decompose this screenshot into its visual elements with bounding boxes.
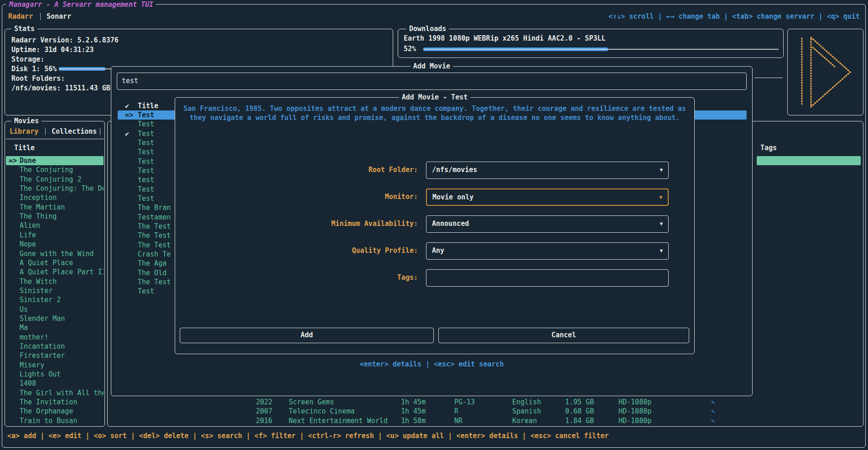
edit-icon: ✎ [711, 416, 715, 425]
chevron-down-icon: ▼ [659, 194, 662, 200]
topbar-keybind-hints: <↑↓> scroll | ←→ change tab | <tab> chan… [608, 12, 860, 21]
monitor-select[interactable]: Movie only ▼ [426, 188, 669, 206]
list-item[interactable]: Inception [6, 193, 104, 202]
list-item[interactable]: Firestarter [6, 351, 104, 360]
stats-panel-title: Stats [11, 24, 37, 33]
panel-border-fragment [754, 78, 783, 78]
list-item[interactable]: The Conjuring: The De [6, 184, 104, 193]
list-item[interactable]: Sinister [6, 286, 104, 295]
root-folder-value: /nfs/movies: 11511.43 GB [11, 84, 110, 93]
list-item[interactable]: Incantation [6, 342, 104, 351]
cell-runtime: 1h 45m [401, 407, 426, 416]
cell-quality: HD-1080p [619, 407, 651, 416]
add-movie-popup-title: Add Movie [411, 62, 453, 71]
list-item[interactable]: A Quiet Place [6, 258, 104, 267]
table-row[interactable]: 2022 Screen Gems 1h 45m PG-13 English 1.… [108, 398, 863, 407]
root-folder-label: Root Folder: [175, 166, 421, 174]
movies-tab-divider [45, 128, 46, 135]
chevron-down-icon: ▼ [660, 248, 663, 254]
list-item[interactable]: Us [6, 305, 104, 314]
list-item[interactable]: Sinister 2 [6, 295, 104, 304]
minimum-availability-field: Minimum Availability: Announced ▼ [175, 215, 694, 233]
cell-studio: Next Entertainment World [289, 416, 388, 425]
cell-quality: HD-1080p [619, 416, 651, 425]
quality-profile-field: Quality Profile: Any ▼ [175, 242, 694, 260]
edit-icon: ✎ [711, 407, 715, 416]
add-movie-modal: Add Movie - Test San Francisco, 1985. Tw… [175, 97, 695, 354]
cell-year: 2007 [256, 407, 272, 416]
list-item[interactable]: The Witch [6, 277, 104, 286]
list-item[interactable]: Lights Out [6, 370, 104, 379]
cell-runtime: 1h 45m [401, 398, 426, 407]
monitor-label: Monitor: [175, 193, 421, 201]
results-title-header: Title [138, 102, 158, 110]
cancel-button[interactable]: Cancel [438, 328, 689, 343]
tags-input[interactable] [426, 269, 669, 287]
movies-tabs-underline [6, 139, 104, 139]
list-item[interactable]: Slender Man [6, 314, 104, 323]
list-item[interactable]: The Conjuring 2 [6, 175, 104, 184]
list-item[interactable]: A Quiet Place Part II [6, 267, 104, 277]
movie-overview-line1: San Francisco, 1985. Two opposites attra… [175, 104, 694, 113]
list-item[interactable]: Gone with the Wind [6, 249, 104, 258]
tab-radarr[interactable]: Radarr [8, 12, 33, 21]
uptime: Uptime: 31d 04:31:23 [11, 45, 94, 54]
cell-rating: PG-13 [454, 398, 475, 407]
list-item[interactable]: The Orphanage [6, 407, 104, 416]
chevron-down-icon: ▼ [660, 167, 663, 173]
list-item[interactable]: The Girl with All the [6, 388, 104, 398]
download-progress-gauge-track [423, 49, 779, 50]
cell-language: Spanish [512, 407, 541, 416]
radarr-version: Radarr Version: 5.2.6.8376 [11, 36, 119, 45]
chevron-down-icon: ▼ [660, 221, 663, 227]
cell-runtime: 1h 58m [401, 416, 426, 425]
quality-profile-select[interactable]: Any ▼ [426, 242, 669, 260]
selected-arrow-icon: => [125, 110, 138, 120]
tab-collections[interactable]: Collections [52, 127, 97, 136]
list-item[interactable]: 1408 [6, 379, 104, 388]
list-item[interactable]: Misery [6, 361, 104, 370]
modal-title: Add Movie - Test [399, 93, 471, 102]
cell-rating: R [454, 407, 458, 416]
root-folder-select[interactable]: /nfs/movies ▼ [426, 162, 669, 179]
tab-sonarr[interactable]: Sonarr [47, 12, 71, 21]
movies-panel: Movies Library Collections Title =>Dune … [5, 121, 105, 427]
list-item[interactable]: The Thing [6, 212, 104, 221]
selected-row-tags-cell [757, 156, 861, 165]
list-item-selected[interactable]: =>Dune [6, 156, 104, 165]
check-icon: ✔ [125, 129, 138, 138]
minimum-availability-select[interactable]: Announced ▼ [426, 215, 669, 233]
cell-language: English [512, 398, 541, 407]
cell-year: 2016 [256, 416, 272, 425]
downloads-panel-title: Downloads [406, 24, 449, 33]
movies-title-header: Title [14, 143, 35, 152]
movies-panel-title: Movies [11, 116, 42, 126]
table-row[interactable]: 2016 Next Entertainment World 1h 58m NR … [108, 416, 863, 425]
storage-label: Storage: [11, 55, 44, 64]
monitor-field: Monitor: Movie only ▼ [175, 188, 694, 206]
list-item[interactable]: The Invitation [6, 398, 104, 407]
list-item[interactable]: The Martian [6, 203, 104, 212]
tab-library[interactable]: Library [10, 127, 38, 136]
list-item[interactable]: Train to Busan [6, 416, 104, 425]
popup-keybind-hints: <enter> details | <esc> edit search [111, 360, 752, 368]
list-item[interactable]: Nope [6, 240, 104, 249]
list-item[interactable]: Alien [6, 221, 104, 230]
table-row[interactable]: 2007 Telecinco Cinema 1h 45m R Spanish 0… [108, 407, 863, 416]
tags-field: Tags: [175, 269, 694, 287]
list-item[interactable]: mother! [6, 333, 104, 342]
movie-search-input[interactable] [122, 75, 733, 87]
list-item[interactable]: Life [6, 230, 104, 240]
cell-quality: HD-1080p [619, 398, 651, 407]
selected-arrow-icon: => [9, 156, 20, 165]
app-title: Managarr - A Servarr management TUI [6, 0, 156, 9]
disk-usage-label: Disk 1: 56% [11, 64, 57, 73]
add-button[interactable]: Add [180, 328, 434, 343]
list-item[interactable]: The Conjuring [6, 165, 104, 174]
logo-panel [787, 29, 863, 115]
add-movie-popup: Add Movie ✔Title =>Test Test ✔Test Test … [111, 66, 753, 396]
list-item[interactable]: Ma [6, 323, 104, 332]
movie-title: Dune [20, 157, 36, 165]
root-folders-label: Root Folders: [11, 74, 65, 83]
movie-search-box [117, 73, 747, 90]
